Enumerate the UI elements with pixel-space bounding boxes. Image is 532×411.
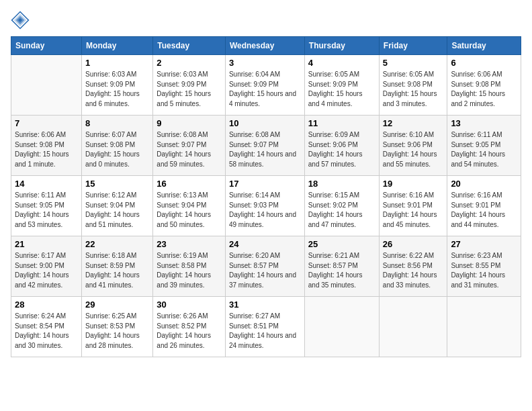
day-number: 22 [85, 239, 149, 249]
calendar-cell: 29Sunrise: 6:25 AMSunset: 8:53 PMDayligh… [82, 297, 153, 357]
calendar-cell: 11Sunrise: 6:09 AMSunset: 9:06 PMDayligh… [304, 116, 379, 176]
calendar-cell: 15Sunrise: 6:12 AMSunset: 9:04 PMDayligh… [82, 176, 153, 236]
day-info: Sunrise: 6:11 AMSunset: 9:05 PMDaylight:… [451, 130, 517, 169]
day-info: Sunrise: 6:03 AMSunset: 9:09 PMDaylight:… [157, 70, 222, 109]
day-number: 23 [157, 239, 222, 249]
day-info: Sunrise: 6:11 AMSunset: 9:05 PMDaylight:… [15, 191, 78, 230]
calendar-week-row: 1Sunrise: 6:03 AMSunset: 9:09 PMDaylight… [11, 55, 521, 116]
calendar-cell: 1Sunrise: 6:03 AMSunset: 9:09 PMDaylight… [82, 55, 153, 116]
calendar-cell: 28Sunrise: 6:24 AMSunset: 8:54 PMDayligh… [11, 297, 82, 357]
day-info: Sunrise: 6:08 AMSunset: 9:07 PMDaylight:… [157, 130, 222, 169]
day-number: 28 [15, 300, 78, 310]
weekday-header-friday: Friday [379, 37, 447, 55]
day-number: 3 [229, 58, 301, 68]
day-info: Sunrise: 6:24 AMSunset: 8:54 PMDaylight:… [15, 312, 78, 351]
day-info: Sunrise: 6:26 AMSunset: 8:52 PMDaylight:… [157, 312, 222, 351]
day-info: Sunrise: 6:05 AMSunset: 9:09 PMDaylight:… [308, 70, 375, 109]
calendar-cell: 5Sunrise: 6:05 AMSunset: 9:08 PMDaylight… [379, 55, 447, 116]
calendar-cell: 2Sunrise: 6:03 AMSunset: 9:09 PMDaylight… [153, 55, 226, 116]
calendar-cell: 12Sunrise: 6:10 AMSunset: 9:06 PMDayligh… [379, 116, 447, 176]
day-number: 16 [157, 179, 222, 189]
day-info: Sunrise: 6:13 AMSunset: 9:04 PMDaylight:… [157, 191, 222, 230]
calendar-table: SundayMondayTuesdayWednesdayThursdayFrid… [11, 36, 521, 357]
calendar-cell [447, 297, 521, 357]
calendar-cell: 6Sunrise: 6:06 AMSunset: 9:08 PMDaylight… [447, 55, 521, 116]
calendar-cell: 20Sunrise: 6:16 AMSunset: 9:01 PMDayligh… [447, 176, 521, 236]
day-info: Sunrise: 6:15 AMSunset: 9:02 PMDaylight:… [308, 191, 375, 230]
day-number: 19 [383, 179, 444, 189]
calendar-cell: 21Sunrise: 6:17 AMSunset: 9:00 PMDayligh… [11, 236, 82, 297]
weekday-header-wednesday: Wednesday [225, 37, 304, 55]
calendar-cell: 30Sunrise: 6:26 AMSunset: 8:52 PMDayligh… [153, 297, 226, 357]
page-header [11, 11, 521, 30]
day-number: 25 [308, 239, 375, 249]
day-number: 4 [308, 58, 375, 68]
day-number: 20 [451, 179, 517, 189]
day-info: Sunrise: 6:07 AMSunset: 9:08 PMDaylight:… [85, 130, 149, 169]
day-info: Sunrise: 6:06 AMSunset: 9:08 PMDaylight:… [451, 70, 517, 109]
weekday-header-tuesday: Tuesday [153, 37, 226, 55]
calendar-cell: 13Sunrise: 6:11 AMSunset: 9:05 PMDayligh… [447, 116, 521, 176]
day-info: Sunrise: 6:16 AMSunset: 9:01 PMDaylight:… [451, 191, 517, 230]
day-info: Sunrise: 6:03 AMSunset: 9:09 PMDaylight:… [85, 70, 149, 109]
day-number: 18 [308, 179, 375, 189]
day-info: Sunrise: 6:21 AMSunset: 8:57 PMDaylight:… [308, 251, 375, 290]
day-info: Sunrise: 6:20 AMSunset: 8:57 PMDaylight:… [229, 251, 301, 290]
day-number: 12 [383, 118, 444, 128]
day-info: Sunrise: 6:10 AMSunset: 9:06 PMDaylight:… [383, 130, 444, 169]
day-number: 9 [157, 118, 222, 128]
weekday-header-row: SundayMondayTuesdayWednesdayThursdayFrid… [11, 37, 521, 55]
day-number: 29 [85, 300, 149, 310]
day-number: 8 [85, 118, 149, 128]
day-number: 13 [451, 118, 517, 128]
weekday-header-monday: Monday [82, 37, 153, 55]
day-number: 24 [229, 239, 301, 249]
day-info: Sunrise: 6:16 AMSunset: 9:01 PMDaylight:… [383, 191, 444, 230]
calendar-cell [11, 55, 82, 116]
weekday-header-saturday: Saturday [447, 37, 521, 55]
calendar-cell: 9Sunrise: 6:08 AMSunset: 9:07 PMDaylight… [153, 116, 226, 176]
calendar-cell: 8Sunrise: 6:07 AMSunset: 9:08 PMDaylight… [82, 116, 153, 176]
calendar-cell: 25Sunrise: 6:21 AMSunset: 8:57 PMDayligh… [304, 236, 379, 297]
day-info: Sunrise: 6:08 AMSunset: 9:07 PMDaylight:… [229, 130, 301, 169]
day-info: Sunrise: 6:12 AMSunset: 9:04 PMDaylight:… [85, 191, 149, 230]
calendar-week-row: 14Sunrise: 6:11 AMSunset: 9:05 PMDayligh… [11, 176, 521, 236]
day-number: 30 [157, 300, 222, 310]
day-info: Sunrise: 6:06 AMSunset: 9:08 PMDaylight:… [15, 130, 78, 169]
day-number: 31 [229, 300, 301, 310]
day-number: 14 [15, 179, 78, 189]
weekday-header-sunday: Sunday [11, 37, 82, 55]
calendar-cell: 22Sunrise: 6:18 AMSunset: 8:59 PMDayligh… [82, 236, 153, 297]
day-info: Sunrise: 6:09 AMSunset: 9:06 PMDaylight:… [308, 130, 375, 169]
day-number: 17 [229, 179, 301, 189]
day-info: Sunrise: 6:05 AMSunset: 9:08 PMDaylight:… [383, 70, 444, 109]
calendar-cell [379, 297, 447, 357]
day-info: Sunrise: 6:18 AMSunset: 8:59 PMDaylight:… [85, 251, 149, 290]
calendar-cell: 14Sunrise: 6:11 AMSunset: 9:05 PMDayligh… [11, 176, 82, 236]
day-number: 11 [308, 118, 375, 128]
calendar-cell: 3Sunrise: 6:04 AMSunset: 9:09 PMDaylight… [225, 55, 304, 116]
day-info: Sunrise: 6:22 AMSunset: 8:56 PMDaylight:… [383, 251, 444, 290]
day-info: Sunrise: 6:14 AMSunset: 9:03 PMDaylight:… [229, 191, 301, 230]
day-number: 1 [85, 58, 149, 68]
calendar-cell: 7Sunrise: 6:06 AMSunset: 9:08 PMDaylight… [11, 116, 82, 176]
day-number: 21 [15, 239, 78, 249]
logo-icon [11, 11, 30, 30]
calendar-cell [304, 297, 379, 357]
calendar-cell: 16Sunrise: 6:13 AMSunset: 9:04 PMDayligh… [153, 176, 226, 236]
calendar-cell: 24Sunrise: 6:20 AMSunset: 8:57 PMDayligh… [225, 236, 304, 297]
day-number: 2 [157, 58, 222, 68]
day-info: Sunrise: 6:04 AMSunset: 9:09 PMDaylight:… [229, 70, 301, 109]
calendar-cell: 23Sunrise: 6:19 AMSunset: 8:58 PMDayligh… [153, 236, 226, 297]
day-number: 7 [15, 118, 78, 128]
calendar-cell: 31Sunrise: 6:27 AMSunset: 8:51 PMDayligh… [225, 297, 304, 357]
day-info: Sunrise: 6:17 AMSunset: 9:00 PMDaylight:… [15, 251, 78, 290]
calendar-cell: 4Sunrise: 6:05 AMSunset: 9:09 PMDaylight… [304, 55, 379, 116]
day-info: Sunrise: 6:23 AMSunset: 8:55 PMDaylight:… [451, 251, 517, 290]
calendar-week-row: 28Sunrise: 6:24 AMSunset: 8:54 PMDayligh… [11, 297, 521, 357]
weekday-header-thursday: Thursday [304, 37, 379, 55]
calendar-week-row: 21Sunrise: 6:17 AMSunset: 9:00 PMDayligh… [11, 236, 521, 297]
day-info: Sunrise: 6:25 AMSunset: 8:53 PMDaylight:… [85, 312, 149, 351]
day-number: 5 [383, 58, 444, 68]
calendar-cell: 19Sunrise: 6:16 AMSunset: 9:01 PMDayligh… [379, 176, 447, 236]
